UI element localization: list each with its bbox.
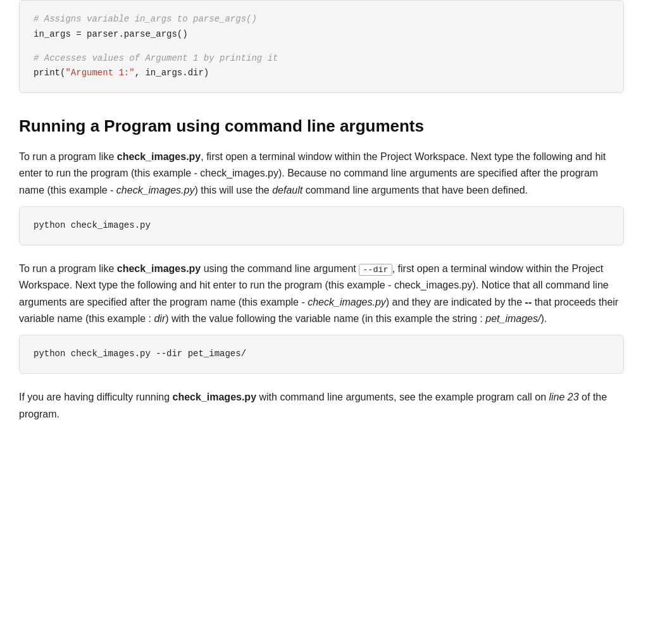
code-block-1: python check_images.py — [19, 206, 624, 245]
bold-check-images-1: check_images.py — [117, 151, 201, 162]
italic-pet-images: pet_images/ — [485, 313, 540, 324]
code-line4: print("Argument 1:", in_args.dir) — [34, 66, 609, 81]
code-print-suffix: , in_args.dir) — [135, 68, 209, 78]
bold-dash: -- — [525, 297, 532, 307]
code-print-string: "Argument 1:" — [65, 68, 134, 78]
body-para-1: To run a program like check_images.py, f… — [19, 149, 624, 199]
page-container: # Assigns variable in_args to parse_args… — [14, 0, 634, 455]
body-para-2: To run a program like check_images.py us… — [19, 261, 624, 328]
section-heading: Running a Program using command line arg… — [19, 113, 624, 140]
italic-default: default — [272, 185, 302, 195]
italic-line23: line 23 — [549, 392, 579, 402]
italic-check-images-1: check_images.py — [116, 185, 195, 195]
code-line2: in_args = parser.parse_args() — [34, 27, 609, 42]
body-para-3: If you are having difficulty running che… — [19, 389, 624, 423]
italic-check-images-2: check_images.py — [308, 297, 386, 307]
code-comment-line3: # Accesses values of Argument 1 by print… — [34, 51, 609, 66]
bold-check-images-3: check_images.py — [173, 392, 257, 402]
italic-dir: dir — [154, 313, 165, 324]
code-print-prefix: print( — [34, 68, 65, 78]
code-block-top: # Assigns variable in_args to parse_args… — [19, 0, 624, 93]
inline-code-dir: --dir — [359, 264, 392, 276]
code-block-2: python check_images.py --dir pet_images/ — [19, 335, 624, 374]
code-comment-line1: # Assigns variable in_args to parse_args… — [34, 12, 609, 27]
bold-check-images-2: check_images.py — [117, 263, 201, 274]
